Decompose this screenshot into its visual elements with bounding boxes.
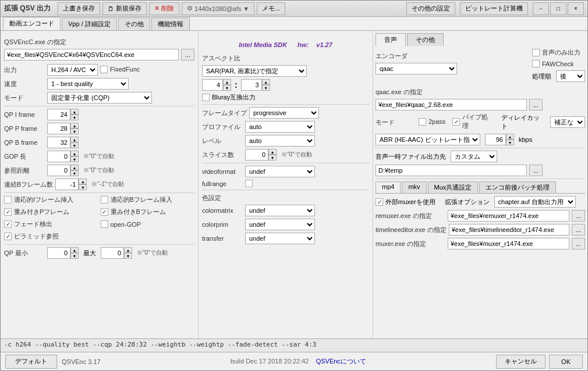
- profile-select[interactable]: auto: [245, 121, 315, 133]
- ref-up[interactable]: ▲: [70, 165, 79, 170]
- temp-path-input[interactable]: D:¥temp: [376, 165, 527, 176]
- mode-select[interactable]: 固定量子化量 (CQP): [47, 92, 152, 104]
- ext-option-select[interactable]: chapter.auf 自動出力用: [494, 196, 576, 208]
- pipe-checkbox[interactable]: [452, 118, 460, 126]
- about-link[interactable]: QSVEncについて: [316, 358, 366, 365]
- aspect-mode-select[interactable]: SAR(PAR, 画素比)で指定: [202, 65, 307, 77]
- tab-encode[interactable]: 動画エンコード: [3, 17, 61, 30]
- processing-select[interactable]: 後: [556, 70, 585, 82]
- fullrange-checkbox[interactable]: [245, 180, 253, 187]
- qp-min-up[interactable]: ▲: [70, 247, 79, 253]
- qsvenc-browse-button[interactable]: ...: [181, 49, 194, 60]
- mkv-tab[interactable]: mkv: [402, 181, 426, 193]
- tab-info[interactable]: 機能情報: [151, 17, 190, 30]
- colormatrix-select[interactable]: undef: [245, 205, 315, 216]
- fixed-func-checkbox[interactable]: [100, 66, 108, 73]
- other-tab[interactable]: その他: [407, 33, 444, 46]
- aspect-h-input[interactable]: 3: [241, 79, 262, 91]
- qp-p-up[interactable]: ▲: [70, 123, 79, 129]
- delete-button[interactable]: ✕ 削除: [149, 2, 179, 15]
- aspect-w-down[interactable]: ▼: [223, 85, 231, 91]
- fade-detect-checkbox[interactable]: [4, 220, 12, 228]
- close-button[interactable]: ×: [568, 2, 584, 15]
- colorprim-select[interactable]: undef: [245, 219, 315, 230]
- qp-max-down[interactable]: ▼: [124, 253, 132, 259]
- weighted-p-checkbox[interactable]: [4, 208, 12, 216]
- batch-tab[interactable]: エンコ前後バッチ処理: [479, 181, 556, 193]
- qp-p-input[interactable]: 28: [47, 123, 70, 134]
- qaac-path-input[interactable]: ¥exe_files¥qaac_2.68.exe: [376, 99, 527, 110]
- qaac-browse-button[interactable]: ...: [529, 99, 543, 110]
- output-format-select[interactable]: H.264 / AVC: [47, 64, 98, 76]
- slice-up[interactable]: ▲: [268, 149, 277, 155]
- qp-min-down[interactable]: ▼: [70, 253, 79, 259]
- ok-button[interactable]: OK: [549, 355, 583, 369]
- tab-vpp[interactable]: Vpp / 詳細設定: [62, 17, 117, 30]
- save-new-button[interactable]: 🗒 新規保存: [102, 2, 147, 15]
- transfer-select[interactable]: undef: [245, 233, 315, 244]
- twopass-checkbox[interactable]: [419, 118, 426, 126]
- tab-other[interactable]: その他: [118, 17, 150, 30]
- pyramid-checkbox[interactable]: [4, 233, 12, 240]
- bframe-input[interactable]: -1: [55, 179, 79, 190]
- aspect-h-down[interactable]: ▼: [262, 85, 270, 91]
- qp-min-input[interactable]: 0: [47, 247, 70, 259]
- bitrate-calc-button[interactable]: ビットレート計算機: [460, 2, 528, 15]
- open-gop-checkbox[interactable]: [101, 220, 108, 228]
- adaptive-b-checkbox[interactable]: [101, 196, 108, 204]
- ref-down[interactable]: ▼: [70, 170, 79, 176]
- qp-i-up[interactable]: ▲: [70, 109, 79, 115]
- aspect-w-input[interactable]: 4: [202, 79, 223, 91]
- weighted-b-checkbox[interactable]: [101, 208, 108, 216]
- mp4-tab[interactable]: mp4: [376, 181, 401, 193]
- videoformat-select[interactable]: undef: [245, 166, 315, 177]
- gop-down[interactable]: ▼: [70, 156, 79, 162]
- mux-settings-tab[interactable]: Mux共通設定: [428, 181, 479, 193]
- bitrate-down[interactable]: ▼: [506, 140, 514, 145]
- frame-type-select[interactable]: progressive: [249, 107, 319, 119]
- bluray-checkbox[interactable]: [202, 94, 210, 101]
- qp-i-down[interactable]: ▼: [70, 115, 79, 120]
- temp-browse-button[interactable]: ...: [529, 165, 543, 176]
- audio-only-checkbox[interactable]: [532, 49, 540, 56]
- temp-mode-select[interactable]: カスタム: [451, 151, 497, 162]
- gop-input[interactable]: 0: [47, 151, 70, 162]
- resolution-button[interactable]: ⚙ 1440x1080@afs ▼: [182, 2, 254, 15]
- muxer-browse-button[interactable]: ...: [572, 238, 585, 249]
- minimize-button[interactable]: －: [533, 2, 549, 15]
- maximize-button[interactable]: □: [550, 2, 566, 15]
- bitrate-input[interactable]: 96: [485, 134, 506, 145]
- audio-tab[interactable]: 音声: [376, 33, 406, 46]
- abr-select[interactable]: ABR (HE-AAC) ビットレート指定: [376, 134, 480, 145]
- speed-select[interactable]: 1 - best quality: [47, 78, 129, 90]
- slice-down[interactable]: ▼: [268, 155, 277, 160]
- level-select[interactable]: auto: [245, 135, 315, 147]
- qp-max-input[interactable]: 0: [101, 247, 124, 259]
- gop-up[interactable]: ▲: [70, 151, 79, 156]
- muxer-path-input[interactable]: ¥exe_files¥muxer_r1474.exe: [448, 238, 569, 249]
- cancel-button[interactable]: キャンセル: [496, 355, 546, 369]
- qp-b-down[interactable]: ▼: [70, 142, 79, 148]
- use-muxer-checkbox[interactable]: [376, 198, 383, 206]
- qsvenc-path-input[interactable]: ¥exe_files¥QSVEncC¥x64¥QSVEncC64.exe: [4, 49, 179, 60]
- delay-select[interactable]: 補正なし: [550, 116, 585, 128]
- timeline-browse-button[interactable]: ...: [572, 224, 585, 236]
- memo-button[interactable]: メモ...: [257, 2, 285, 15]
- save-overwrite-button[interactable]: 上書き保存: [58, 2, 100, 15]
- other-settings-button[interactable]: その他の設定: [406, 2, 455, 15]
- qp-b-up[interactable]: ▲: [70, 137, 79, 142]
- faw-check-checkbox[interactable]: [532, 60, 540, 67]
- slice-input[interactable]: 0: [245, 149, 268, 160]
- qp-max-up[interactable]: ▲: [124, 247, 132, 253]
- remuxer-browse-button[interactable]: ...: [572, 210, 585, 222]
- aspect-w-up[interactable]: ▲: [223, 79, 231, 85]
- encoder-select[interactable]: qaac: [376, 63, 457, 74]
- qp-b-input[interactable]: 32: [47, 137, 70, 148]
- qp-i-input[interactable]: 24: [47, 109, 70, 120]
- bframe-down[interactable]: ▼: [79, 184, 87, 190]
- remuxer-path-input[interactable]: ¥exe_files¥remuxer_r1474.exe: [448, 210, 569, 222]
- adaptive-i-checkbox[interactable]: [4, 196, 12, 204]
- qp-p-down[interactable]: ▼: [70, 129, 79, 134]
- aspect-h-up[interactable]: ▲: [262, 79, 270, 85]
- timeline-path-input[interactable]: ¥exe_files¥timelineeditor_r1474.exe: [449, 224, 569, 236]
